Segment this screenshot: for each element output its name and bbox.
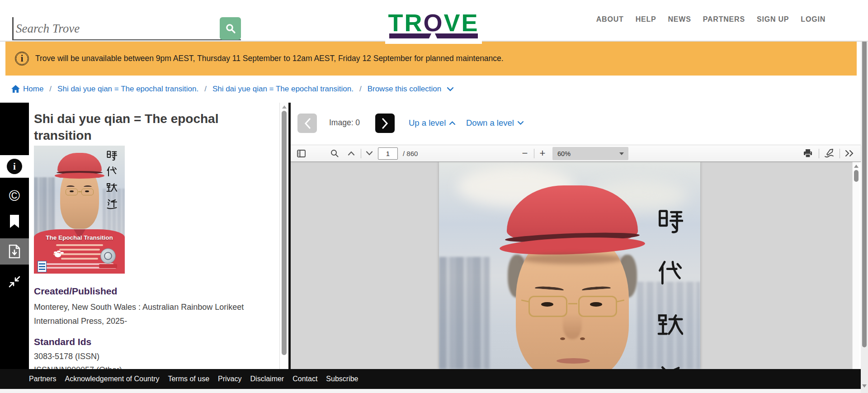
page-total-label: / 860 xyxy=(403,150,418,157)
zoom-level-select[interactable]: 60% xyxy=(552,147,628,160)
viewer-scrollbar-thumb[interactable] xyxy=(854,170,859,182)
up-a-level-label: Up a level xyxy=(409,118,446,128)
breadcrumb-separator: / xyxy=(204,85,207,94)
rail-info-button[interactable]: i xyxy=(0,155,29,178)
work-title: Shi dai yue qian = The epochal transitio… xyxy=(34,110,237,144)
chevron-left-icon xyxy=(304,118,311,129)
cover-subtitle-line xyxy=(56,244,103,246)
search-input[interactable] xyxy=(16,18,218,39)
scroll-down-arrow-icon[interactable] xyxy=(862,384,867,388)
chinese-calligraphy xyxy=(657,206,683,369)
nav-signup[interactable]: SIGN UP xyxy=(757,15,789,24)
previous-image-button[interactable] xyxy=(297,114,317,133)
logo-letters-ve: VE xyxy=(443,9,479,36)
logo-keyhole-notch xyxy=(429,33,437,38)
cover-subtitle-line xyxy=(61,258,98,260)
footer-privacy[interactable]: Privacy xyxy=(218,375,241,383)
scroll-up-arrow-icon[interactable] xyxy=(854,165,859,168)
breadcrumb-separator: / xyxy=(359,85,362,94)
find-in-document-button[interactable] xyxy=(328,145,341,161)
pen-icon xyxy=(824,149,835,158)
horizontal-scroll-strip xyxy=(0,389,861,393)
next-image-button[interactable] xyxy=(375,114,395,133)
breadcrumb-home-label: Home xyxy=(23,85,43,94)
cover-thumbnail: The Epochal Transition xyxy=(34,146,125,274)
rail-copyright-button[interactable]: © xyxy=(0,185,29,207)
nav-login[interactable]: LOGIN xyxy=(801,15,826,24)
cover-subtitle-line xyxy=(59,249,100,251)
nav-news[interactable]: NEWS xyxy=(668,15,691,24)
footer-disclaimer[interactable]: Disclaimer xyxy=(250,375,284,383)
breadcrumb-item-version[interactable]: Shi dai yue qian = The epochal transitio… xyxy=(212,85,354,94)
toggle-sidebar-button[interactable] xyxy=(294,145,308,161)
next-page-button[interactable] xyxy=(363,145,376,161)
breadcrumb: Home / Shi dai yue qian = The epochal tr… xyxy=(11,76,852,103)
thumb-eyebrow xyxy=(66,185,75,188)
standard-id-other: ISSN/NN900057 (Other) xyxy=(34,365,122,369)
cover-nostril xyxy=(580,337,585,340)
cover-eye xyxy=(590,302,602,307)
rail-download-button[interactable] xyxy=(0,238,29,265)
glyph-shi xyxy=(657,206,683,234)
footer-subscribe[interactable]: Subscribe xyxy=(326,375,358,383)
rail-collapse-button[interactable] xyxy=(0,271,29,293)
tool-rail: i © xyxy=(0,103,29,369)
cover-nose-shadow xyxy=(563,308,582,339)
panel-scrollbar[interactable] xyxy=(279,103,288,369)
nav-help[interactable]: HELP xyxy=(636,15,656,24)
info-icon: i xyxy=(15,52,29,66)
file-download-icon xyxy=(9,245,20,258)
breadcrumb-browse-collection[interactable]: Browse this collection xyxy=(368,85,441,94)
window-scrollbar[interactable] xyxy=(861,0,868,393)
home-icon xyxy=(11,85,20,93)
breadcrumb-home-link[interactable]: Home xyxy=(11,85,43,94)
document-canvas[interactable] xyxy=(291,162,852,369)
site-header: TROVE ABOUT HELP NEWS PARTNERS SIGN UP L… xyxy=(0,0,868,42)
up-a-level-link[interactable]: Up a level xyxy=(409,118,455,128)
thumb-eyebrow xyxy=(84,185,92,188)
footer-contact[interactable]: Contact xyxy=(292,375,317,383)
previous-page-button[interactable] xyxy=(345,145,358,161)
chevron-down-icon xyxy=(447,87,453,91)
down-a-level-link[interactable]: Down a level xyxy=(466,118,524,128)
more-tools-button[interactable] xyxy=(842,145,858,161)
panel-scrollbar-thumb[interactable] xyxy=(282,111,287,355)
cover-english-title: The Epochal Transition xyxy=(34,234,125,241)
zoom-out-button[interactable]: − xyxy=(519,145,531,161)
nav-about[interactable]: ABOUT xyxy=(596,15,624,24)
footer-acknowledgement[interactable]: Acknowledgement of Country xyxy=(65,375,159,383)
search-input-left-bar xyxy=(12,17,14,39)
cover-page-image xyxy=(439,162,700,369)
toolbar-divider xyxy=(534,149,534,158)
chevron-up-icon xyxy=(449,121,455,125)
search-button[interactable] xyxy=(220,17,241,40)
logo-underline-bar xyxy=(389,33,478,38)
cover-glasses-bridge xyxy=(568,303,577,304)
breadcrumb-item-work[interactable]: Shi dai yue qian = The epochal transitio… xyxy=(57,85,198,94)
trove-logo[interactable]: TROVE xyxy=(385,0,482,44)
footer-terms[interactable]: Terms of use xyxy=(168,375,209,383)
trove-logo-word: TROVE xyxy=(388,10,479,35)
double-chevron-right-icon xyxy=(845,150,855,156)
viewer-scrollbar[interactable] xyxy=(852,162,859,369)
rail-bookmark-button[interactable] xyxy=(0,210,29,233)
search-icon xyxy=(330,149,339,157)
glyph-yue xyxy=(106,182,117,194)
info-circle-icon: i xyxy=(7,159,22,174)
copyright-icon: © xyxy=(9,187,20,204)
print-button[interactable] xyxy=(801,145,815,161)
cover-nostril xyxy=(560,337,565,340)
nav-partners[interactable]: PARTNERS xyxy=(703,15,745,24)
zoom-in-button[interactable]: + xyxy=(537,145,548,161)
page-number-input[interactable] xyxy=(378,147,398,160)
annotate-button[interactable] xyxy=(821,145,837,161)
pdf-toolbar: / 860 − + 60% xyxy=(291,145,861,162)
cover-lips xyxy=(557,358,590,364)
scroll-up-arrow-icon[interactable] xyxy=(282,105,287,109)
cover-brim-shadow xyxy=(521,253,623,264)
footer-partners[interactable]: Partners xyxy=(29,375,56,383)
chevron-down-icon xyxy=(619,152,624,155)
maintenance-message: Trove will be unavailable between 9pm AE… xyxy=(35,54,504,63)
paw-logo xyxy=(55,253,61,257)
window-scrollbar-thumb[interactable] xyxy=(862,11,867,347)
